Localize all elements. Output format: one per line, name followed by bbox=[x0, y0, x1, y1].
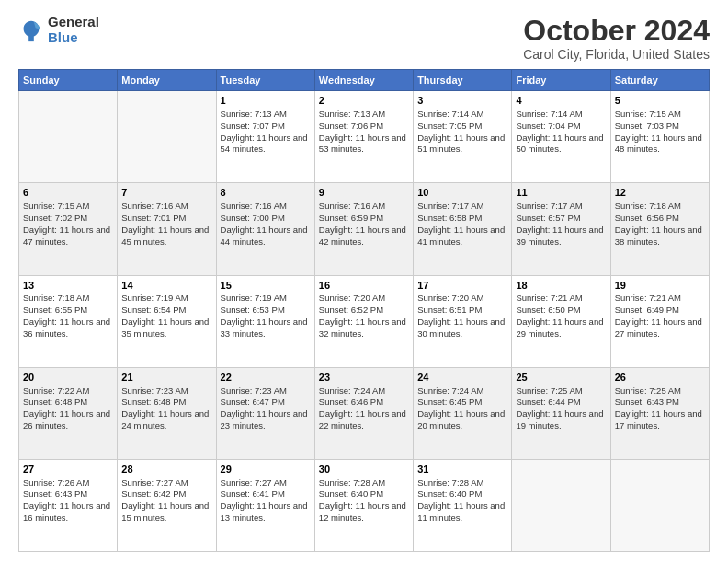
day-info-line: Sunrise: 7:22 AM bbox=[23, 385, 113, 397]
calendar-cell: 16Sunrise: 7:20 AMSunset: 6:52 PMDayligh… bbox=[314, 275, 413, 367]
day-info-line: Sunset: 6:52 PM bbox=[319, 304, 409, 316]
day-info-line: Sunset: 6:50 PM bbox=[516, 304, 606, 316]
day-info-line: Sunrise: 7:15 AM bbox=[615, 109, 705, 121]
day-info-line: Sunset: 6:58 PM bbox=[417, 213, 507, 224]
day-info-line: Sunrise: 7:21 AM bbox=[516, 293, 606, 304]
day-info-line: Sunrise: 7:21 AM bbox=[615, 293, 705, 304]
day-info-line: Sunset: 6:59 PM bbox=[319, 213, 409, 224]
day-info-line: Sunrise: 7:25 AM bbox=[615, 385, 705, 397]
day-info-line: Daylight: 11 hours and 51 minutes. bbox=[417, 132, 507, 156]
title-block: October 2024 Carol City, Florida, United… bbox=[523, 15, 710, 62]
day-info-line: Daylight: 11 hours and 47 minutes. bbox=[23, 224, 113, 248]
header-saturday: Saturday bbox=[610, 70, 709, 91]
calendar-cell: 7Sunrise: 7:16 AMSunset: 7:01 PMDaylight… bbox=[118, 183, 216, 275]
day-number: 13 bbox=[23, 279, 113, 293]
calendar-cell: 15Sunrise: 7:19 AMSunset: 6:53 PMDayligh… bbox=[216, 275, 314, 367]
day-number: 24 bbox=[417, 371, 507, 385]
day-info-line: Sunrise: 7:27 AM bbox=[121, 477, 211, 489]
calendar-cell bbox=[512, 459, 610, 551]
calendar-cell: 10Sunrise: 7:17 AMSunset: 6:58 PMDayligh… bbox=[414, 183, 512, 275]
day-info-line: Daylight: 11 hours and 23 minutes. bbox=[221, 408, 311, 432]
header-friday: Friday bbox=[512, 70, 610, 91]
calendar-cell: 18Sunrise: 7:21 AMSunset: 6:50 PMDayligh… bbox=[512, 275, 610, 367]
day-info-line: Sunrise: 7:19 AM bbox=[221, 293, 311, 304]
calendar-cell: 20Sunrise: 7:22 AMSunset: 6:48 PMDayligh… bbox=[19, 367, 118, 459]
day-info-line: Sunrise: 7:25 AM bbox=[516, 385, 606, 397]
day-info-line: Daylight: 11 hours and 48 minutes. bbox=[615, 132, 705, 156]
day-info-line: Sunrise: 7:24 AM bbox=[319, 385, 409, 397]
day-info-line: Daylight: 11 hours and 19 minutes. bbox=[516, 408, 606, 432]
day-number: 7 bbox=[121, 186, 211, 200]
page: General Blue October 2024 Carol City, Fl… bbox=[0, 0, 728, 563]
day-info-line: Sunrise: 7:19 AM bbox=[121, 293, 211, 304]
calendar-cell: 6Sunrise: 7:15 AMSunset: 7:02 PMDaylight… bbox=[19, 183, 118, 275]
day-info-line: Sunset: 7:05 PM bbox=[417, 121, 507, 132]
calendar-cell: 5Sunrise: 7:15 AMSunset: 7:03 PMDaylight… bbox=[610, 91, 709, 183]
day-info-line: Daylight: 11 hours and 11 minutes. bbox=[417, 500, 507, 524]
day-info-line: Sunset: 7:01 PM bbox=[121, 213, 211, 224]
calendar-cell: 11Sunrise: 7:17 AMSunset: 6:57 PMDayligh… bbox=[512, 183, 610, 275]
calendar-cell bbox=[19, 91, 118, 183]
day-info-line: Sunrise: 7:24 AM bbox=[417, 385, 507, 397]
day-info-line: Sunrise: 7:23 AM bbox=[221, 385, 311, 397]
day-number: 19 bbox=[615, 279, 705, 293]
day-info-line: Sunrise: 7:20 AM bbox=[319, 293, 409, 304]
day-number: 26 bbox=[615, 371, 705, 385]
day-info-line: Daylight: 11 hours and 29 minutes. bbox=[516, 316, 606, 340]
calendar-cell: 23Sunrise: 7:24 AMSunset: 6:46 PMDayligh… bbox=[314, 367, 413, 459]
day-number: 20 bbox=[23, 371, 113, 385]
day-info-line: Daylight: 11 hours and 13 minutes. bbox=[221, 500, 311, 524]
day-info-line: Daylight: 11 hours and 53 minutes. bbox=[319, 132, 409, 156]
header-row: Sunday Monday Tuesday Wednesday Thursday… bbox=[19, 70, 710, 91]
calendar-cell: 3Sunrise: 7:14 AMSunset: 7:05 PMDaylight… bbox=[414, 91, 512, 183]
logo-general-text: General bbox=[48, 15, 99, 30]
day-info-line: Sunrise: 7:17 AM bbox=[516, 201, 606, 213]
day-number: 29 bbox=[221, 463, 311, 477]
day-info-line: Daylight: 11 hours and 45 minutes. bbox=[121, 224, 211, 248]
calendar-cell: 4Sunrise: 7:14 AMSunset: 7:04 PMDaylight… bbox=[512, 91, 610, 183]
day-number: 31 bbox=[417, 463, 507, 477]
day-info-line: Daylight: 11 hours and 30 minutes. bbox=[417, 316, 507, 340]
day-number: 15 bbox=[221, 279, 311, 293]
day-number: 8 bbox=[221, 186, 311, 200]
day-info-line: Sunset: 7:04 PM bbox=[516, 121, 606, 132]
day-number: 3 bbox=[417, 94, 507, 108]
day-info-line: Sunrise: 7:18 AM bbox=[615, 201, 705, 213]
day-info-line: Daylight: 11 hours and 54 minutes. bbox=[221, 132, 311, 156]
day-number: 1 bbox=[221, 94, 311, 108]
day-number: 5 bbox=[615, 94, 705, 108]
day-number: 4 bbox=[516, 94, 606, 108]
day-number: 17 bbox=[417, 279, 507, 293]
day-info-line: Daylight: 11 hours and 27 minutes. bbox=[615, 316, 705, 340]
day-info-line: Daylight: 11 hours and 17 minutes. bbox=[615, 408, 705, 432]
calendar-cell: 24Sunrise: 7:24 AMSunset: 6:45 PMDayligh… bbox=[414, 367, 512, 459]
day-info-line: Daylight: 11 hours and 33 minutes. bbox=[221, 316, 311, 340]
day-info-line: Sunrise: 7:16 AM bbox=[319, 201, 409, 213]
calendar-row-3: 20Sunrise: 7:22 AMSunset: 6:48 PMDayligh… bbox=[19, 367, 710, 459]
day-info-line: Daylight: 11 hours and 24 minutes. bbox=[121, 408, 211, 432]
day-info-line: Daylight: 11 hours and 32 minutes. bbox=[319, 316, 409, 340]
logo: General Blue bbox=[18, 15, 99, 45]
day-info-line: Sunset: 6:49 PM bbox=[615, 304, 705, 316]
calendar-cell bbox=[610, 459, 709, 551]
day-info-line: Sunrise: 7:17 AM bbox=[417, 201, 507, 213]
calendar-cell: 30Sunrise: 7:28 AMSunset: 6:40 PMDayligh… bbox=[314, 459, 413, 551]
day-info-line: Sunset: 6:56 PM bbox=[615, 213, 705, 224]
day-number: 11 bbox=[516, 186, 606, 200]
day-info-line: Daylight: 11 hours and 42 minutes. bbox=[319, 224, 409, 248]
day-info-line: Sunrise: 7:26 AM bbox=[23, 477, 113, 489]
day-info-line: Daylight: 11 hours and 36 minutes. bbox=[23, 316, 113, 340]
day-info-line: Sunset: 6:40 PM bbox=[319, 488, 409, 500]
calendar-cell bbox=[118, 91, 216, 183]
header-tuesday: Tuesday bbox=[216, 70, 314, 91]
day-info-line: Sunrise: 7:27 AM bbox=[221, 477, 311, 489]
day-info-line: Sunset: 6:48 PM bbox=[121, 396, 211, 408]
day-info-line: Sunrise: 7:23 AM bbox=[121, 385, 211, 397]
day-info-line: Daylight: 11 hours and 50 minutes. bbox=[516, 132, 606, 156]
day-number: 30 bbox=[319, 463, 409, 477]
logo-text: General Blue bbox=[48, 15, 99, 45]
calendar-cell: 21Sunrise: 7:23 AMSunset: 6:48 PMDayligh… bbox=[118, 367, 216, 459]
day-info-line: Sunrise: 7:14 AM bbox=[516, 109, 606, 121]
day-info-line: Sunset: 6:46 PM bbox=[319, 396, 409, 408]
day-info-line: Sunrise: 7:16 AM bbox=[221, 201, 311, 213]
